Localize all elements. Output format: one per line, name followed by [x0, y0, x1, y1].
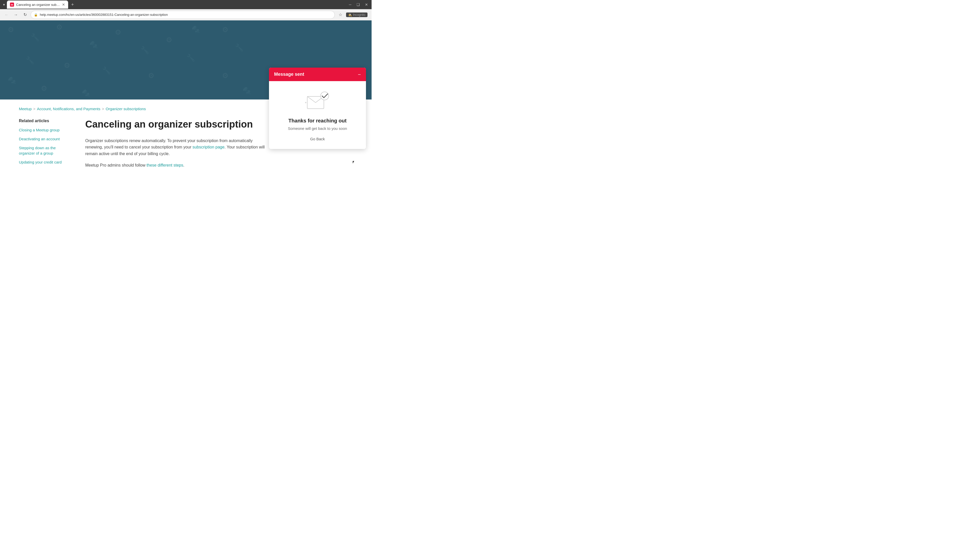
new-tab-button[interactable]: +: [69, 1, 76, 8]
popup-go-back-link[interactable]: Go Back: [310, 137, 325, 141]
active-tab[interactable]: m Canceling an organizer subscri... ✕: [7, 0, 68, 9]
tab-title: Canceling an organizer subscri...: [16, 3, 60, 6]
email-icon: [305, 91, 330, 112]
email-icon-container: [305, 91, 330, 112]
breadcrumb-sep-1: >: [33, 106, 35, 111]
browser-toolbar: ← → ↻ 🔒 ☆ 🧩 🕵 Incognito ⋮: [0, 9, 372, 21]
tab-close-button[interactable]: ✕: [62, 3, 65, 6]
toolbar-right: ☆ 🧩 🕵 Incognito ⋮: [337, 11, 369, 18]
tab-favicon: m: [10, 3, 14, 6]
popup-body: Thanks for reaching out Someone will get…: [269, 81, 366, 149]
tab-dropdown[interactable]: ▾: [2, 2, 6, 8]
article-content: Canceling an organizer subscription Orga…: [85, 119, 269, 174]
address-bar-container[interactable]: 🔒: [30, 11, 335, 19]
popup-header-title: Message sent: [274, 72, 304, 77]
popup-minimize-button[interactable]: −: [358, 72, 361, 77]
window-controls: ─ ❑ ✕: [347, 2, 369, 7]
forward-button[interactable]: →: [12, 11, 19, 18]
sidebar: Related articles Closing a Meetup group …: [19, 119, 70, 174]
message-sent-popup: Message sent − Th: [269, 68, 366, 149]
svg-point-3: [305, 102, 306, 103]
article-paragraph-2: Meetup Pro admins should follow these di…: [85, 162, 269, 168]
restore-button[interactable]: ❑: [355, 2, 361, 7]
different-steps-link[interactable]: these different steps: [146, 163, 183, 167]
article-body: Organizer subscriptions renew automatica…: [85, 138, 269, 168]
sidebar-link-deactivating[interactable]: Deactivating an account: [19, 136, 70, 141]
breadcrumb-sep-2: >: [102, 106, 104, 111]
article-title: Canceling an organizer subscription: [85, 119, 269, 130]
breadcrumb-account[interactable]: Account, Notifications, and Payments: [37, 106, 100, 111]
sidebar-link-updating-card[interactable]: Updating your credit card: [19, 159, 70, 165]
popup-thanks-title: Thanks for reaching out: [277, 118, 358, 124]
security-icon: 🔒: [34, 13, 38, 17]
reload-button[interactable]: ↻: [21, 11, 29, 18]
page-content: ⚙ 🔧 ⚙ 🔩 ⚙ 🔧 ⚙ 🔩 🔧 ⚙ 🔧 ⚙ 🔩 ⚙ 🔧 🔩 ⚙ 🔧 ⚙ 🔩 …: [0, 21, 372, 201]
popup-header: Message sent −: [269, 68, 366, 81]
minimize-button[interactable]: ─: [347, 2, 353, 7]
profile-button[interactable]: 🕵 Incognito: [353, 11, 360, 18]
subscription-page-link[interactable]: subscription page: [192, 145, 224, 149]
address-bar[interactable]: [40, 13, 331, 17]
close-button[interactable]: ✕: [363, 2, 369, 7]
tab-bar: ▾ m Canceling an organizer subscri... ✕ …: [0, 0, 372, 9]
sidebar-link-closing[interactable]: Closing a Meetup group: [19, 127, 70, 133]
article-paragraph-1: Organizer subscriptions renew automatica…: [85, 138, 269, 157]
back-button[interactable]: ←: [3, 11, 10, 18]
menu-button[interactable]: ⋮: [361, 11, 369, 18]
sidebar-title: Related articles: [19, 119, 70, 123]
breadcrumb-meetup[interactable]: Meetup: [19, 106, 32, 111]
bookmark-button[interactable]: ☆: [337, 11, 344, 18]
popup-thanks-text: Someone will get back to you soon: [277, 126, 358, 130]
sidebar-link-stepping-down[interactable]: Stepping down as the organizer of a grou…: [19, 145, 70, 156]
breadcrumb-organizer-subscriptions[interactable]: Organizer subscriptions: [106, 106, 146, 111]
